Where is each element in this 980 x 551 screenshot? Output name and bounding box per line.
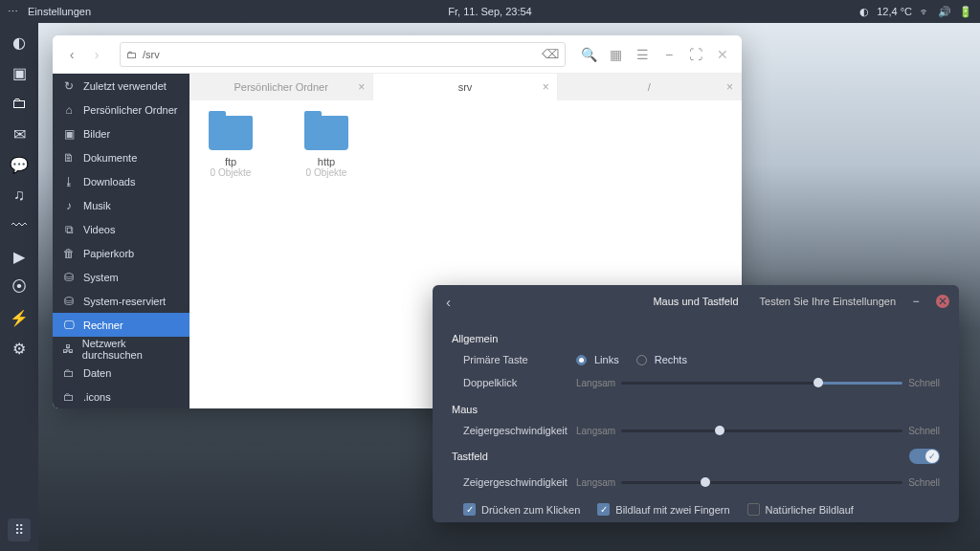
sidebar-item-musik[interactable]: ♪Musik xyxy=(53,193,189,217)
volume-icon[interactable]: 🔊 xyxy=(938,6,951,18)
dock-app-files-icon[interactable]: 🗀 xyxy=(10,94,29,113)
sidebar-item-daten[interactable]: 🗀Daten xyxy=(53,361,189,385)
list-view-icon[interactable]: ☰ xyxy=(631,43,654,66)
close-icon[interactable]: ✕ xyxy=(711,43,734,66)
sidebar-item-label: System-reserviert xyxy=(83,296,166,307)
slow-label: Langsam xyxy=(576,378,615,388)
doubleclick-slider[interactable] xyxy=(621,382,902,385)
sidebar-item-system-reserviert[interactable]: ⛁System-reserviert xyxy=(53,289,189,313)
sidebar-item-bilder[interactable]: ▣Bilder xyxy=(53,121,189,145)
doc-icon: 🗎 xyxy=(62,151,76,165)
tab-srv[interactable]: srv× xyxy=(373,74,557,100)
dock-app-terminal-icon[interactable]: ▣ xyxy=(10,63,29,82)
path-text: /srv xyxy=(143,49,160,60)
folder-icon xyxy=(209,116,253,150)
sidebar-item-papierkorb[interactable]: 🗑Papierkorb xyxy=(53,241,189,265)
touch-speed-slider[interactable] xyxy=(621,481,902,484)
back-button[interactable]: ‹ xyxy=(60,43,83,66)
tab-close-icon[interactable]: × xyxy=(543,80,549,94)
dock: ◐ ▣ 🗀 ✉ 💬 ♫ 〰 ▶ ⦿ ⚡ ⚙ ⠿ xyxy=(0,23,38,551)
sidebar-item-system[interactable]: ⛁System xyxy=(53,265,189,289)
tab-label: / xyxy=(648,81,651,93)
video-icon: ⧉ xyxy=(62,223,76,236)
maximize-icon[interactable]: ⛶ xyxy=(684,43,707,66)
folder-http[interactable]: http0 Objekte xyxy=(293,116,360,178)
radio-right[interactable] xyxy=(636,355,647,365)
activities-icon[interactable]: ⋯ xyxy=(8,6,18,18)
section-general: Allgemein xyxy=(452,333,940,344)
sidebar-item-rechner[interactable]: 🖵Rechner xyxy=(53,313,189,337)
tap-to-click-checkbox[interactable]: ✓Drücken zum Klicken xyxy=(463,503,580,516)
test-settings-button[interactable]: Testen Sie Ihre Einstellungen xyxy=(760,296,896,307)
sidebar-item-videos[interactable]: ⧉Videos xyxy=(53,217,189,241)
dock-app-settings-icon[interactable]: ⚙ xyxy=(10,339,29,358)
section-mouse: Maus xyxy=(452,404,940,415)
sidebar-item-label: Musik xyxy=(83,200,111,211)
folder-icon: 🗀 xyxy=(62,366,76,380)
radio-right-label: Rechts xyxy=(655,354,687,365)
dock-all-apps-icon[interactable]: ⠿ xyxy=(8,518,31,541)
weather-temp[interactable]: 12,4 °C xyxy=(877,6,912,17)
folder-icon: 🗀 xyxy=(62,390,76,404)
two-finger-scroll-checkbox[interactable]: ✓Bildlauf mit zwei Fingern xyxy=(597,503,729,516)
wifi-icon[interactable]: ᯤ xyxy=(920,6,930,17)
tab-close-icon[interactable]: × xyxy=(726,80,733,94)
sidebar-item-label: Papierkorb xyxy=(83,248,134,259)
slow-label: Langsam xyxy=(576,477,615,488)
sidebar-item-netzwerk-durchsuchen[interactable]: 🖧Netzwerk durchsuchen xyxy=(53,337,189,361)
app-label[interactable]: Einstellungen xyxy=(28,6,91,17)
music-icon: ♪ xyxy=(62,199,76,212)
settings-window: ‹ Maus und Tastfeld Testen Sie Ihre Eins… xyxy=(433,285,959,522)
sw-title: Maus und Tastfeld xyxy=(653,296,738,307)
path-bar[interactable]: 🗀 /srv ⌫ xyxy=(120,42,566,67)
mouse-speed-slider[interactable] xyxy=(621,430,902,432)
dock-app-music-icon[interactable]: ♫ xyxy=(10,186,29,205)
sidebar-item-label: .icons xyxy=(83,391,111,403)
fast-label: Schnell xyxy=(908,378,940,388)
doubleclick-label: Doppelklick xyxy=(452,377,576,388)
sidebar-item-label: Zuletzt verwendet xyxy=(83,80,167,92)
sidebar-item-pers-nlicher-ordner[interactable]: ⌂Persönlicher Ordner xyxy=(53,98,189,121)
folder-ftp[interactable]: ftp0 Objekte xyxy=(197,116,264,178)
dock-app-mail-icon[interactable]: ✉ xyxy=(10,124,29,143)
sidebar-item-label: Rechner xyxy=(83,320,123,331)
hdd-icon: ⛁ xyxy=(62,271,76,284)
hdd-icon: ⛁ xyxy=(62,295,76,308)
search-icon[interactable]: 🔍 xyxy=(577,43,600,66)
folder-icon xyxy=(304,116,348,150)
tab--[interactable]: /× xyxy=(558,74,742,100)
sidebar-item-zuletzt-verwendet[interactable]: ↻Zuletzt verwendet xyxy=(53,74,189,98)
sw-minimize-icon[interactable]: − xyxy=(909,295,923,308)
touchpad-toggle[interactable] xyxy=(909,449,940,464)
dock-app-sysmon-icon[interactable]: ⚡ xyxy=(10,308,29,327)
forward-button[interactable]: › xyxy=(85,43,108,66)
sidebar-item--icons[interactable]: 🗀.icons xyxy=(53,385,189,408)
sidebar-item-label: System xyxy=(83,272,119,283)
battery-icon[interactable]: 🔋 xyxy=(959,6,972,18)
radio-left[interactable] xyxy=(576,355,587,365)
sidebar-item-label: Daten xyxy=(83,367,111,379)
back-icon[interactable]: ‹ xyxy=(442,290,455,314)
grid-view-icon[interactable]: ▦ xyxy=(604,43,627,66)
slow-label: Langsam xyxy=(576,426,615,436)
fm-sidebar: ↻Zuletzt verwendet⌂Persönlicher Ordner▣B… xyxy=(53,74,189,408)
trash-icon: 🗑 xyxy=(62,247,76,260)
dock-app-firefox-icon[interactable]: ◐ xyxy=(10,33,29,52)
dock-app-play-icon[interactable]: ▶ xyxy=(10,247,29,266)
clear-path-icon[interactable]: ⌫ xyxy=(542,47,559,61)
tab-pers-nlicher-ordner[interactable]: Persönlicher Ordner× xyxy=(189,74,373,100)
dock-app-chat-icon[interactable]: 💬 xyxy=(10,155,29,174)
section-touchpad: Tastfeld xyxy=(452,451,488,462)
natural-scroll-checkbox[interactable]: Natürlicher Bildlauf xyxy=(747,503,854,516)
minimize-icon[interactable]: − xyxy=(657,43,680,66)
dock-app-monitor-icon[interactable]: 〰 xyxy=(10,216,29,235)
sidebar-item-label: Persönlicher Ordner xyxy=(83,104,177,116)
file-meta: 0 Objekte xyxy=(306,167,347,178)
sidebar-item-downloads[interactable]: ⭳Downloads xyxy=(53,169,189,193)
tab-close-icon[interactable]: × xyxy=(358,80,365,94)
sw-close-icon[interactable]: ✕ xyxy=(936,295,949,308)
dock-app-tool-icon[interactable]: ⦿ xyxy=(10,277,29,297)
sidebar-item-dokumente[interactable]: 🗎Dokumente xyxy=(53,145,189,169)
computer-icon: 🖵 xyxy=(62,319,76,332)
clock[interactable]: Fr, 11. Sep, 23:54 xyxy=(448,6,531,17)
